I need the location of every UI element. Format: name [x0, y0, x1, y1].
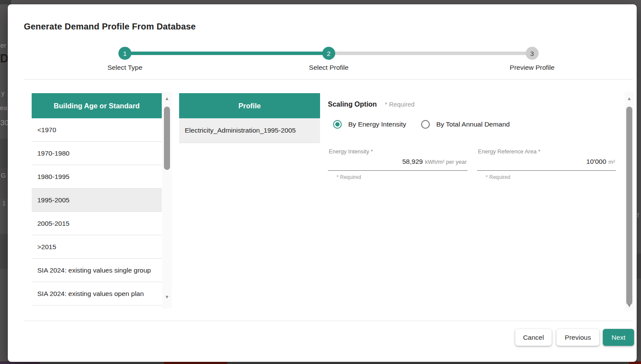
radio-by-total-annual-demand[interactable]: By Total Annual Demand [421, 120, 510, 129]
energy-intensity-field[interactable]: Energy Intensity * 58,929kWh/m² per year… [328, 147, 468, 180]
step-1-label: Select Type [77, 64, 173, 72]
radio-by-energy-intensity[interactable]: By Energy Intensity [333, 120, 406, 129]
scroll-up-icon[interactable]: ▲ [625, 95, 634, 101]
background-text-fragment: D [0, 52, 8, 65]
background-text-fragment: f [637, 211, 639, 219]
background-text-fragment: 1 [2, 199, 6, 207]
building-age-option-selected[interactable]: 1995-2005 [32, 188, 162, 212]
dimmed-background-right: f [637, 4, 641, 362]
dimmed-background-corner [0, 0, 11, 4]
scaling-option-header: Scaling Option * Required [328, 101, 415, 108]
dialog-scrollbar-thumb[interactable] [626, 107, 632, 305]
building-age-option[interactable]: SIA 2024: existing values single group [32, 259, 162, 282]
input-underline [477, 170, 616, 171]
input-underline [328, 170, 468, 171]
building-age-list-header: Building Age or Standard [32, 93, 162, 118]
stepper-connector-active [125, 52, 329, 55]
energy-intensity-hint: * Required [337, 174, 361, 180]
background-row-band [637, 254, 641, 279]
radio-selected-icon[interactable] [333, 120, 342, 129]
step-2-label: Select Profile [281, 64, 376, 72]
energy-intensity-unit: kWh/m² per year [425, 159, 467, 165]
background-row-band [0, 139, 8, 168]
background-text-fragment: G [1, 172, 6, 179]
building-age-option[interactable]: >2015 [32, 235, 162, 259]
radio-unselected-icon[interactable] [421, 120, 430, 129]
energy-reference-area-field[interactable]: Energy Reference Area * 10'000m² * Requi… [477, 147, 616, 180]
background-text-fragment: y [1, 89, 5, 97]
background-row-band [0, 234, 8, 269]
radio-label: By Total Annual Demand [436, 120, 510, 128]
profile-option-selected[interactable]: Electricity_Administration_1995-2005 [179, 118, 320, 143]
scroll-up-icon[interactable]: ▲ [162, 95, 172, 101]
cancel-button[interactable]: Cancel [515, 329, 552, 346]
background-text-fragment: er [0, 42, 6, 49]
footer-divider [24, 321, 633, 321]
stepper-connector-inactive [329, 52, 532, 55]
dimmed-background-left: er D y ea 30 G 1 [0, 4, 8, 362]
generate-demand-profile-dialog: Generate Demand Profile From Database 1 … [8, 4, 637, 362]
step-2-circle[interactable]: 2 [322, 47, 335, 60]
header-divider [24, 79, 633, 80]
background-text-fragment: 30 [0, 119, 8, 127]
dialog-title: Generate Demand Profile From Database [24, 22, 196, 32]
building-age-option[interactable]: <1970 [32, 118, 162, 142]
building-list-scrollbar[interactable]: ▲ ▼ [162, 92, 172, 309]
step-1-circle[interactable]: 1 [118, 47, 131, 60]
profile-list: Profile Electricity_Administration_1995-… [179, 93, 320, 143]
energy-reference-area-label: Energy Reference Area * [478, 148, 540, 155]
background-text-fragment: ea [0, 104, 7, 111]
dimmed-background-top [0, 0, 641, 4]
energy-reference-area-hint: * Required [486, 174, 510, 180]
building-age-list: Building Age or Standard <1970 1970-1980… [32, 93, 162, 306]
dialog-scrollbar[interactable]: ▲ ▼ [625, 92, 634, 311]
building-age-option[interactable]: 1980-1995 [32, 165, 162, 188]
scroll-down-icon[interactable]: ▼ [162, 294, 172, 300]
scroll-down-icon[interactable]: ▼ [625, 302, 634, 309]
radio-label: By Energy Intensity [348, 120, 406, 128]
previous-button[interactable]: Previous [556, 329, 599, 346]
energy-intensity-value[interactable]: 58,929 [402, 158, 423, 165]
building-age-option[interactable]: SIA 2024: existing values open plan [32, 282, 162, 306]
building-list-scrollbar-thumb[interactable] [164, 107, 170, 170]
energy-reference-area-value[interactable]: 10'000 [586, 158, 606, 165]
energy-reference-area-unit: m² [608, 159, 615, 165]
scaling-required-note: * Required [385, 101, 415, 108]
energy-intensity-label: Energy Intensity * [329, 148, 373, 155]
building-age-option[interactable]: 2005-2015 [32, 212, 162, 235]
building-age-option[interactable]: 1970-1980 [32, 142, 162, 165]
next-button[interactable]: Next [603, 329, 634, 346]
step-3-circle: 3 [526, 47, 539, 60]
scaling-option-title: Scaling Option [328, 101, 377, 108]
step-3-label: Preview Profile [484, 64, 580, 72]
profile-list-header: Profile [179, 93, 320, 118]
